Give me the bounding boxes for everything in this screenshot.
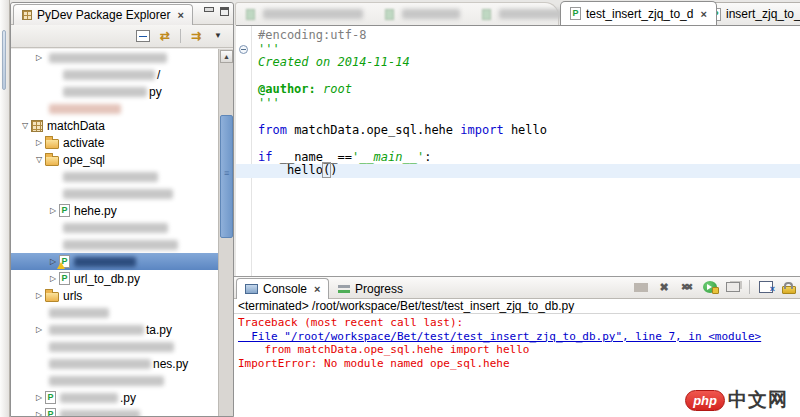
- code-token: __name__==: [272, 150, 351, 164]
- code-editor[interactable]: #encoding:utf-8'''Created on 2014-11-14@…: [236, 25, 800, 276]
- folder-icon: [45, 156, 59, 166]
- chevron-right-icon[interactable]: ▷: [33, 393, 45, 402]
- blurred-tab[interactable]: [385, 9, 460, 20]
- tree-item[interactable]: ▷P: [11, 253, 233, 270]
- console-output: Traceback (most recent call last): File …: [234, 314, 800, 372]
- chevron-right-icon[interactable]: ▷: [33, 291, 45, 300]
- folder-icon: [45, 292, 59, 302]
- tree-item-label-suffix: ta.py: [146, 323, 172, 337]
- tree-item[interactable]: ▷: [11, 49, 233, 66]
- blurred-editor-tabs[interactable]: [235, 2, 559, 25]
- filters-icon[interactable]: ⇉: [189, 29, 203, 43]
- watermark: php 中文网: [685, 387, 788, 413]
- explorer-toolbar: ⇄⇉▼: [11, 25, 233, 48]
- fold-collapse-icon[interactable]: [239, 45, 248, 54]
- active-tab-label: test_insert_zjq_to_d: [586, 7, 693, 21]
- tree-item[interactable]: ▷P.py: [11, 389, 233, 406]
- editor-area: P test_insert_zjq_to_d × P insert_zjq_to…: [234, 0, 800, 417]
- tree-item[interactable]: ▷activate: [11, 134, 233, 151]
- tree-item[interactable]: [11, 304, 233, 321]
- tab-test-insert-zjq-to-d[interactable]: P test_insert_zjq_to_d ×: [560, 1, 717, 25]
- remove-all-terminated-icon[interactable]: ✖✖: [680, 280, 694, 294]
- folder-icon: [45, 139, 59, 149]
- code-token: matchData.ope_sql.hehe: [287, 123, 460, 137]
- link-with-editor-icon[interactable]: ⇄: [158, 29, 172, 43]
- collapse-all-icon[interactable]: [136, 30, 150, 42]
- chevron-right-icon[interactable]: ▷: [33, 53, 45, 62]
- stack-trace-link[interactable]: File "/root/workspace/Bet/test/test_inse…: [238, 330, 796, 344]
- clear-console-icon[interactable]: [726, 282, 740, 292]
- chevron-right-icon[interactable]: ▷: [47, 206, 59, 215]
- tab-pydev-package-explorer[interactable]: PyDev Package Explorer ×: [13, 4, 193, 25]
- console-text-line: from matchData.ope_sql.hehe import hello: [238, 343, 796, 357]
- tree-scrollbar[interactable]: ▲: [218, 49, 233, 416]
- scroll-up-icon[interactable]: ▲: [220, 50, 233, 63]
- tree-item-label: urls: [63, 289, 82, 303]
- tree: ▷/py▽matchData▷activate▽ope_sql▷Phehe.py…: [11, 49, 233, 416]
- view-menu-icon[interactable]: ▼: [211, 29, 225, 43]
- console-toolbar: ✖✖✖: [634, 280, 796, 294]
- sash-grip[interactable]: [2, 30, 6, 90]
- tree-item[interactable]: ▽ope_sql: [11, 151, 233, 168]
- chevron-right-icon[interactable]: ▷: [33, 138, 45, 147]
- tree-item[interactable]: [11, 185, 233, 202]
- tree-item[interactable]: nes.py: [11, 355, 233, 372]
- watermark-text: 中文网: [728, 387, 788, 413]
- code-line: ''': [236, 97, 800, 111]
- tree-item[interactable]: [11, 168, 233, 185]
- chevron-right-icon[interactable]: ▷: [33, 325, 45, 334]
- tree-item[interactable]: ▷ta.py: [11, 321, 233, 338]
- relaunch-icon[interactable]: [703, 281, 717, 293]
- close-icon[interactable]: ×: [314, 283, 320, 295]
- remove-launch-icon[interactable]: ✖: [657, 280, 671, 294]
- tree-item[interactable]: [11, 338, 233, 355]
- redacted-label: [60, 410, 140, 417]
- console-text-line: ImportError: No module named ope_sql.heh…: [238, 357, 796, 371]
- redacted-label: [60, 393, 118, 403]
- pyfile-warn-icon: P: [59, 255, 70, 268]
- redacted-label: [63, 223, 168, 233]
- tree-item[interactable]: ▽matchData: [11, 117, 233, 134]
- tree-item[interactable]: [11, 236, 233, 253]
- chevron-right-icon[interactable]: ▷: [33, 410, 45, 416]
- progress-icon: [338, 285, 350, 288]
- redacted-label: [49, 359, 151, 369]
- fast-view-bar: [0, 0, 10, 417]
- tree-item[interactable]: py: [11, 83, 233, 100]
- tree-item[interactable]: [11, 219, 233, 236]
- code-token: @author:: [258, 82, 316, 96]
- tree-item[interactable]: ▷P: [11, 406, 233, 416]
- maximize-icon[interactable]: [220, 7, 229, 16]
- console-view: Console × Progress ✖✖✖ <terminated> /roo…: [234, 276, 800, 417]
- tree-item[interactable]: ▷Purl_to_db.py: [11, 270, 233, 287]
- pyfile-icon: P: [59, 204, 70, 217]
- close-icon[interactable]: ×: [177, 9, 183, 21]
- scrollbar-thumb[interactable]: [220, 115, 233, 238]
- tree-item-label-suffix: /: [157, 68, 160, 82]
- chevron-right-icon[interactable]: ▷: [47, 274, 59, 283]
- remove-console-icon[interactable]: [759, 281, 773, 293]
- tree-item[interactable]: ▷Phehe.py: [11, 202, 233, 219]
- tree-item-label-suffix: .py: [120, 391, 136, 405]
- tree-item[interactable]: /: [11, 66, 233, 83]
- code-token: ''': [258, 42, 280, 56]
- blurred-tab[interactable]: [246, 9, 363, 20]
- tree-item[interactable]: [11, 100, 233, 117]
- tree-item[interactable]: [11, 372, 233, 389]
- code-line: from matchData.ope_sql.hehe import hello: [236, 124, 800, 138]
- close-icon[interactable]: ×: [700, 8, 706, 20]
- tree-item-label: activate: [63, 136, 104, 150]
- php-logo: php: [685, 390, 725, 411]
- minimize-icon[interactable]: [204, 7, 213, 16]
- terminate-icon[interactable]: [634, 283, 648, 292]
- tree-item[interactable]: ▷urls: [11, 287, 233, 304]
- code-token: root: [316, 82, 352, 96]
- redacted-label: [49, 342, 174, 352]
- scroll-lock-icon[interactable]: [782, 286, 796, 294]
- tab-progress[interactable]: Progress: [330, 278, 411, 299]
- tab-console[interactable]: Console ×: [236, 278, 329, 299]
- chevron-down-icon[interactable]: ▽: [33, 155, 45, 164]
- tree-item-label: url_to_db.py: [74, 272, 140, 286]
- tree-item-label: ope_sql: [63, 153, 105, 167]
- chevron-down-icon[interactable]: ▽: [19, 121, 31, 130]
